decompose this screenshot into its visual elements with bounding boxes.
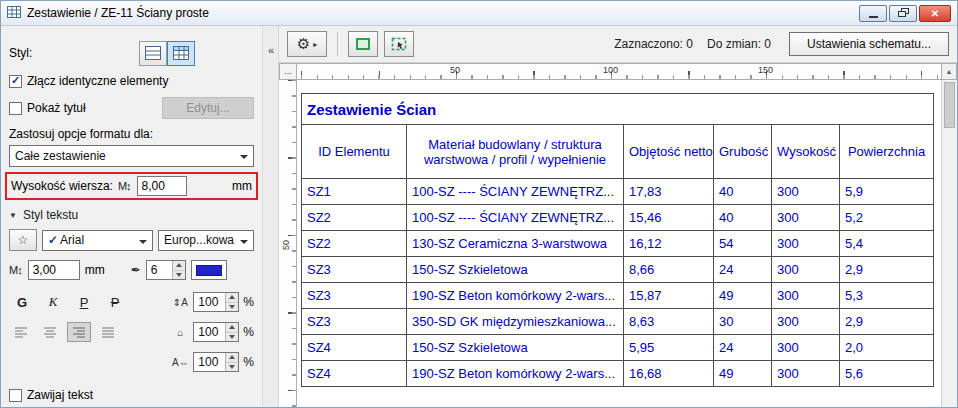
selection-counts: Zaznaczono: 0 Do zmian: 0 [614, 37, 771, 51]
table-row[interactable]: SZ2130-SZ Ceramiczna 3-warstwowa16,12543… [302, 231, 934, 257]
table-row[interactable]: SZ3150-SZ Szkieletowa8,66243002,9 [302, 257, 934, 283]
selected-count: Zaznaczono: 0 [614, 37, 693, 51]
horizontal-ruler[interactable]: 50 100 150 [297, 63, 941, 80]
list-view-button[interactable] [139, 41, 167, 66]
line-spacing-icon: ⇕A [171, 297, 189, 308]
underline-button[interactable]: P [71, 291, 97, 313]
scheme-settings-button[interactable]: Ustawienia schematu... [789, 32, 949, 56]
scroll-up-button[interactable]: ▲ [941, 63, 957, 80]
font-size-input[interactable] [28, 260, 80, 280]
pen-number-value[interactable]: 6 [147, 261, 172, 279]
style-view-toggle [139, 41, 195, 66]
table-row[interactable]: SZ1100-SZ ---- ŚCIANY ZEWNĘTRZ...17,8340… [302, 179, 934, 205]
row-height-label: Wysokość wiersza: [11, 179, 113, 193]
table-title-row: Zestawienie Ścian [302, 94, 934, 125]
font-name-value: Arial [60, 233, 84, 247]
dropdown-arrow-icon [139, 240, 147, 244]
schedule-canvas[interactable]: Zestawienie Ścian ID Elementu Materiał b… [297, 80, 941, 407]
table-row[interactable]: SZ3190-SZ Beton komórkowy 2-wars...15,87… [302, 283, 934, 309]
table-row[interactable]: SZ4190-SZ Beton komórkowy 2-wars...16,68… [302, 361, 934, 387]
marquee-select-button[interactable] [384, 31, 414, 57]
scheme-options-button[interactable]: ⚙ ▸ [287, 31, 327, 57]
row-height-input[interactable] [137, 176, 187, 196]
show-title-row: Pokaż tytuł Edytuj... [9, 96, 254, 120]
format-scope-value: Całe zestawienie [15, 149, 106, 163]
section-collapse-icon: ▼ [9, 211, 17, 220]
line-spacing-input[interactable]: 100 [193, 292, 239, 312]
align-center-button[interactable] [38, 322, 62, 342]
merge-identical-checkbox[interactable]: ✓ [9, 75, 22, 88]
line-spacing-control: ⇕A 100 % [171, 292, 254, 312]
restore-button[interactable] [889, 5, 917, 22]
line-spacing-spinner[interactable] [225, 293, 238, 311]
bold-button[interactable]: G [9, 291, 35, 313]
align-left-button[interactable] [9, 322, 33, 342]
apply-format-label: Zastosuj opcje formatu dla: [9, 127, 153, 141]
vertical-scrollbar[interactable] [941, 80, 957, 407]
width-factor-input[interactable]: 100 [193, 322, 239, 342]
show-title-checkbox[interactable] [9, 102, 22, 115]
table-row[interactable]: SZ3350-SD GK międzymieszkaniowa...8,6330… [302, 309, 934, 335]
pen-spinner[interactable] [172, 261, 185, 279]
col-header-thickness[interactable]: Grubość [714, 125, 772, 179]
encoding-value: Europ...kowa [164, 233, 234, 247]
char-spacing-row: A⇔ 100 % [9, 350, 254, 374]
strikethrough-button[interactable]: P [102, 291, 128, 313]
edit-title-button[interactable]: Edytuj... [162, 97, 254, 119]
apply-format-row: Zastosuj opcje formatu dla: [9, 126, 254, 142]
align-justify-button[interactable] [96, 322, 120, 342]
window-titlebar[interactable]: Zestawienie / ZE-11 Ściany proste ✕ [1, 1, 957, 26]
align-right-icon [72, 326, 86, 338]
spin-up-button[interactable] [226, 293, 238, 303]
width-factor-icon: ⌂ [171, 327, 189, 338]
col-header-volume[interactable]: Objętość netto [624, 125, 714, 179]
align-center-icon [43, 326, 57, 338]
col-header-area[interactable]: Powierzchnia [840, 125, 934, 179]
close-button[interactable]: ✕ [919, 5, 951, 22]
pen-color-fill [196, 265, 222, 276]
table-row[interactable]: SZ2100-SZ ---- ŚCIANY ZEWNĘTRZ...15,4640… [302, 205, 934, 231]
ruler-label: 50 [450, 65, 460, 75]
pen-color-swatch-button[interactable] [191, 260, 227, 280]
font-size-row: M↕ mm ✒ 6 [9, 258, 254, 282]
pen-number-input[interactable]: 6 [146, 260, 186, 280]
char-spacing-input[interactable]: 100 [193, 352, 239, 372]
scroll-up-icon: ▲ [946, 68, 953, 75]
checkmark-icon: ✓ [11, 75, 20, 86]
col-header-material[interactable]: Materiał budowlany / struktura warstwowa… [407, 125, 624, 179]
text-style-section-header[interactable]: ▼ Styl tekstu [9, 208, 78, 222]
spin-up-button[interactable] [226, 323, 238, 333]
settings-panel: Styl: ✓ Złącz identyczne elementy Pokaż … [1, 26, 263, 407]
style-label: Styl: [9, 46, 32, 60]
spin-down-button[interactable] [226, 333, 238, 342]
highlight-selection-button[interactable] [348, 31, 378, 57]
spin-down-button[interactable] [226, 303, 238, 312]
italic-button[interactable]: K [40, 291, 66, 313]
char-spacing-spinner[interactable] [225, 353, 238, 371]
font-select[interactable]: ✓ Arial [42, 230, 153, 251]
vertical-ruler[interactable]: 50 [279, 80, 297, 407]
spin-up-button[interactable] [173, 261, 185, 271]
encoding-select[interactable]: Europ...kowa [158, 230, 254, 251]
row-height-highlight-box: Wysokość wiersza: M↕ mm [5, 172, 258, 200]
table-title: Zestawienie Ścian [302, 94, 934, 125]
window-controls: ✕ [859, 5, 951, 22]
format-scope-select[interactable]: Całe zestawienie [9, 145, 254, 167]
width-factor-spinner[interactable] [225, 323, 238, 341]
minimize-button[interactable] [859, 5, 887, 22]
wrap-text-checkbox[interactable] [9, 389, 22, 402]
font-style-row: G K P P ⇕A 100 % [9, 290, 254, 314]
spin-up-button[interactable] [226, 353, 238, 363]
row-height-icon: M↕ [118, 180, 132, 192]
spin-down-button[interactable] [173, 271, 185, 280]
table-view-button[interactable] [167, 41, 195, 66]
panel-collapse-button[interactable]: « [264, 42, 278, 58]
col-header-height[interactable]: Wysokość [772, 125, 840, 179]
spin-down-button[interactable] [226, 363, 238, 372]
col-header-id[interactable]: ID Elementu [302, 125, 407, 179]
ruler-options-button[interactable]: ... [279, 63, 297, 80]
table-row[interactable]: SZ4150-SZ Szkieletowa5,95243002,0 [302, 335, 934, 361]
align-right-button[interactable] [67, 322, 91, 342]
scrollbar-thumb[interactable] [944, 82, 955, 128]
favorites-button[interactable]: ☆ [9, 229, 37, 251]
